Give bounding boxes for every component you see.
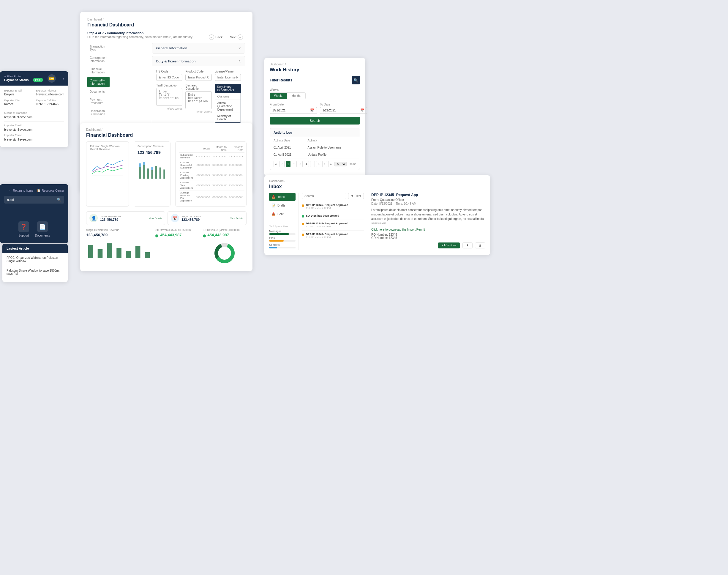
license-input[interactable] — [215, 74, 241, 81]
to-date-input[interactable] — [323, 109, 360, 112]
svg-rect-17 — [145, 252, 150, 258]
form-breadcrumb: Dashboard / — [87, 18, 245, 21]
support-search-input[interactable] — [7, 198, 57, 201]
svg-rect-9 — [159, 168, 161, 179]
article-item-2[interactable]: Pakistan Single Window to save $500m, sa… — [2, 266, 68, 278]
inbox-msg-dot-1 — [302, 204, 304, 207]
activity-log-section: Activity Log Activity Date Activity 01 A… — [270, 128, 360, 170]
declaration-icon: 📅 — [171, 214, 179, 222]
inbox-msg-item-2[interactable]: SO-2455 has been created — [302, 212, 364, 220]
inbox-nav-drafts[interactable]: 📝 Drafts — [269, 201, 295, 209]
sidebar-commodity-info[interactable]: Commodity Information — [87, 77, 110, 88]
declaration-label: Single Declaration — [181, 215, 228, 218]
inbox-nav-inbox[interactable]: 📥 Inbox — [269, 193, 295, 201]
sidebar-payment-procedure[interactable]: Payment Procedure — [87, 96, 110, 107]
duty-taxes-label: Duty & Taxes Information — [156, 60, 195, 63]
sidebar-declaration-submission[interactable]: Declaration Submission — [87, 107, 110, 118]
general-info-header[interactable]: General Information ∨ — [152, 43, 245, 53]
page-1-btn[interactable]: 1 — [286, 161, 291, 167]
inbox-nav-sent[interactable]: 📤 Sent — [269, 210, 295, 218]
charts-top-row: Pakistan Single Window - Overall Revenue… — [86, 141, 247, 206]
exporter-address-col: Exporter Address breyerstunlievee.com — [36, 89, 64, 96]
stats-ytd-0: XXXXXXXXX — [228, 153, 245, 160]
tool-bar-messages: Messages — [269, 230, 295, 235]
trader-view-details-link[interactable]: View Details — [149, 217, 162, 219]
page-first-btn[interactable]: « — [274, 161, 279, 167]
tariff-textarea[interactable] — [156, 88, 182, 106]
support-search-icon: 🔍 — [57, 198, 61, 202]
stats-label-1: Count of Successful Subscriber — [179, 160, 194, 170]
page-6-btn[interactable]: 6 — [316, 161, 321, 167]
declaration-view-details-link[interactable]: View Details — [230, 217, 243, 219]
tariff-char-count: 0/500 Words — [156, 107, 182, 110]
page-next-btn[interactable]: › — [322, 161, 327, 167]
tool-bar-contacts-fill — [269, 247, 277, 248]
reg-dept-item-customs[interactable]: Customs — [215, 93, 241, 100]
page-3-btn[interactable]: 3 — [298, 161, 303, 167]
reg-dept-item-health[interactable]: Ministry of Health — [215, 113, 241, 123]
inbox-download-button[interactable]: ⬇ — [463, 242, 473, 248]
page-5-btn[interactable]: 5 — [310, 161, 315, 167]
inbox-nav-drafts-label: Drafts — [278, 204, 285, 207]
filter-search-button[interactable]: 🔍 — [352, 76, 360, 84]
sidebar-consignment-info[interactable]: Consignment Information — [87, 54, 110, 65]
payment-status-badge: Paid — [33, 78, 43, 82]
work-history-search-button[interactable]: Search — [270, 117, 360, 125]
stats-col-mtd: Month To Date — [211, 145, 228, 153]
inbox-search-input[interactable] — [304, 194, 344, 198]
donut-chart-container — [203, 241, 247, 265]
inbox-delete-button[interactable]: 🗑 — [475, 242, 485, 248]
product-code-input[interactable] — [185, 74, 212, 81]
page-last-btn[interactable]: » — [328, 161, 333, 167]
inbox-msg-item-1[interactable]: DPP-IP 12345- Request Approved 11/2021 -… — [302, 201, 364, 212]
from-date-input[interactable] — [272, 109, 310, 112]
article-item-1[interactable]: FPCCI Organizes Webinar on Pakistan Sing… — [2, 253, 68, 266]
tool-bar-contacts: Contacts — [269, 243, 295, 248]
months-toggle-btn[interactable]: Months — [287, 93, 305, 99]
declared-textarea[interactable] — [185, 91, 212, 109]
inbox-continue-button[interactable]: All Continue — [438, 242, 460, 248]
trader-subscription-card: 👤 Trader Subscription 123,456,789 View D… — [86, 211, 165, 225]
inbox-msg-title-2: SO-2455 has been created — [306, 214, 364, 217]
duty-taxes-header[interactable]: Duty & Taxes Information ∧ — [152, 56, 245, 66]
form-row-tariff: Tariff Description 0/500 Words Declared … — [156, 84, 241, 123]
hs-code-input[interactable] — [156, 74, 182, 81]
weeks-toggle-btn[interactable]: Weeks — [270, 93, 287, 99]
support-btn[interactable]: ❓ Support — [19, 222, 29, 237]
inbox-msg-item-3[interactable]: DPP-IP 12345- Request Approved 11/2021 -… — [302, 220, 364, 231]
page-2-btn[interactable]: 2 — [292, 161, 297, 167]
items-per-page-select[interactable]: 5 10 20 — [334, 162, 347, 166]
sidebar-financial-info[interactable]: Financial Information — [87, 65, 110, 76]
activity-log-table: Activity Date Activity 01 April 2021 Ass… — [270, 137, 360, 158]
to-date-input-wrap: 📅 — [320, 107, 367, 114]
from-date-input-wrap: 📅 — [270, 107, 317, 114]
trader-value: 123,456,789 — [100, 218, 146, 222]
sidebar-transaction-type[interactable]: Transaction Type — [87, 43, 110, 54]
inbox-filter-button[interactable]: ▼ Filter — [348, 193, 364, 199]
articles-panel: Lastest Article FPCCI Organizes Webinar … — [2, 244, 68, 282]
payment-chevron-icon[interactable]: › — [63, 76, 64, 81]
stats-col-today: Today — [194, 145, 211, 153]
payment-status-panel: of Plant Protect Payment Status Paid 💳 ›… — [0, 71, 68, 147]
sidebar-documents[interactable]: Documents — [87, 88, 110, 95]
exporter-email-label: Exporter Email — [4, 89, 32, 92]
sd-revenue-right-card: SD Revenue (Max $0,000,000) 454,443,987 — [203, 229, 247, 265]
documents-btn[interactable]: 📄 Documents — [35, 222, 50, 237]
resource-center-link[interactable]: 📋 Resource Center — [37, 189, 64, 192]
back-button[interactable]: ← Back — [207, 33, 225, 41]
reg-dept-item-animal[interactable]: Animal Quarantine Department — [215, 100, 241, 113]
next-button[interactable]: Next → — [227, 33, 245, 41]
page-4-btn[interactable]: 4 — [304, 161, 309, 167]
inbox-msg-item-4[interactable]: DPP-IP 12345- Request Approved 11/2021 -… — [302, 231, 364, 241]
stats-today-4: XXXXXXXXX — [194, 191, 211, 203]
page-prev-btn[interactable]: ‹ — [280, 161, 285, 167]
svg-rect-15 — [126, 251, 131, 258]
inbox-panel-title: Inbox — [269, 184, 485, 189]
stats-col-label — [179, 145, 194, 153]
return-home-link[interactable]: ← Return to home — [9, 189, 33, 192]
bottom-bar-chart-svg — [86, 239, 152, 260]
resource-center-icon: 📋 — [37, 189, 40, 192]
filter-results-label: Filter Results — [270, 78, 292, 82]
stats-mtd-1: XXXXXXXXX — [211, 160, 228, 170]
inbox-detail-link[interactable]: Click here to download the Import Permit — [371, 228, 485, 231]
